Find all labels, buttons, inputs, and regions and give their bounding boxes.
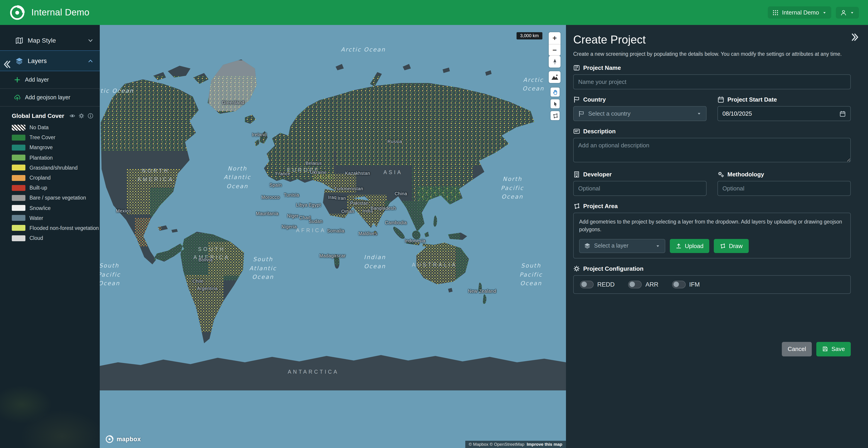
zoom-out-button[interactable]: − <box>549 44 560 56</box>
methodology-input[interactable] <box>717 181 851 196</box>
cursor-icon <box>552 101 558 107</box>
layer-select[interactable]: Select a layer <box>579 239 665 253</box>
user-menu[interactable] <box>836 7 859 19</box>
cancel-button[interactable]: Cancel <box>782 342 812 356</box>
world-map-svg <box>100 25 566 448</box>
panel-footer: Cancel Save <box>573 342 851 356</box>
flag-icon <box>573 96 580 103</box>
app-root: Internal Demo Internal Demo Map Style <box>0 0 868 448</box>
layers-icon <box>584 243 590 249</box>
toggle-label: ARR <box>646 281 658 288</box>
map-style-toggle-button[interactable] <box>549 71 560 83</box>
map-style-label: Map Style <box>28 37 56 44</box>
legend-label: Flooded non-forest vegetation <box>29 225 99 231</box>
legend-label: Water <box>29 215 43 221</box>
upload-icon <box>676 243 682 249</box>
config-toggles: REDDARRIFM <box>573 275 851 294</box>
legend-label: Snow/ice <box>29 205 51 211</box>
upload-button[interactable]: Upload <box>670 239 709 253</box>
card-text-icon <box>573 128 580 135</box>
project-name-label: Project Name <box>573 64 851 71</box>
legend-swatch <box>12 215 25 221</box>
save-icon <box>823 346 828 352</box>
polygon-icon <box>573 203 580 210</box>
page-title: Create Project <box>573 33 851 46</box>
select-tool-button[interactable] <box>551 99 560 108</box>
toggle-switch[interactable] <box>628 281 642 288</box>
workspace-switcher[interactable]: Internal Demo <box>768 6 831 19</box>
gear-icon[interactable] <box>79 113 84 119</box>
start-date-input[interactable]: 08/10/2025 <box>717 106 851 121</box>
caret-down-icon <box>850 10 855 15</box>
chevron-down-icon <box>88 37 93 43</box>
left-sidebar: Map Style Layers Add layer Add geojson l… <box>0 25 100 448</box>
map-canvas[interactable]: Arctic OceanArctic OceanArctic OceanNort… <box>100 25 566 448</box>
workspace-name: Internal Demo <box>782 9 819 16</box>
add-geojson-layer-button[interactable]: Add geojson layer <box>0 89 100 106</box>
description-label: Description <box>573 128 851 135</box>
compass-needle-icon <box>551 58 558 66</box>
terrain-icon <box>551 73 558 81</box>
country-select[interactable]: Select a country <box>573 106 707 121</box>
layer-select-placeholder: Select a layer <box>594 243 628 249</box>
chevron-up-icon <box>88 58 93 64</box>
draw-button[interactable]: Draw <box>714 239 748 253</box>
legend-item: Bare / sparse vegetation <box>0 193 100 203</box>
layers-section[interactable]: Layers <box>0 50 100 71</box>
developer-input[interactable] <box>573 181 707 196</box>
legend-item: Cropland <box>0 173 100 183</box>
toggle-switch[interactable] <box>580 281 594 288</box>
legend-list: No DataTree CoverMangrovePlantationGrass… <box>0 122 100 243</box>
start-date-label: Project Start Date <box>717 96 851 103</box>
zoom-in-button[interactable]: + <box>549 32 560 44</box>
toggle-switch[interactable] <box>672 281 686 288</box>
calendar-icon[interactable] <box>839 110 846 117</box>
legend-label: Bare / sparse vegetation <box>29 195 86 201</box>
improve-map-link[interactable]: Improve this map <box>527 442 562 447</box>
compass-button[interactable] <box>549 56 560 68</box>
legend-item: Water <box>0 213 100 223</box>
polygon-icon <box>552 113 558 119</box>
app-title: Internal Demo <box>31 7 89 18</box>
legend-label: Tree Cover <box>29 135 55 140</box>
description-input[interactable] <box>573 138 851 162</box>
caret-down-icon <box>655 243 660 248</box>
legend-item: Built-up <box>0 183 100 193</box>
polygon-tool-button[interactable] <box>551 111 560 120</box>
map-style-section[interactable]: Map Style <box>0 30 100 50</box>
app-logo-icon[interactable] <box>9 4 25 21</box>
gear-icon <box>573 265 580 272</box>
grid-apps-icon <box>773 9 779 15</box>
project-configuration-label: Project Configuration <box>573 265 851 272</box>
add-layer-button[interactable]: Add layer <box>0 71 100 88</box>
legend-item: Flooded non-forest vegetation <box>0 223 100 233</box>
project-name-input[interactable] <box>573 74 851 89</box>
pan-tool-button[interactable] <box>551 88 560 97</box>
legend-swatch <box>12 185 25 191</box>
map-attribution: © Mapbox © OpenStreetMap Improve this ma… <box>465 441 566 448</box>
calendar-icon <box>717 96 724 103</box>
toggle-ifm[interactable]: IFM <box>672 281 700 288</box>
toggle-redd[interactable]: REDD <box>580 281 615 288</box>
legend-label: Cloud <box>29 235 43 241</box>
legend-item: Cloud <box>0 233 100 243</box>
panel-subtitle: Create a new screening project by popula… <box>573 50 851 58</box>
info-icon[interactable] <box>88 113 93 119</box>
attribution-text[interactable]: © Mapbox © OpenStreetMap <box>469 442 525 447</box>
person-icon <box>840 9 847 15</box>
building-icon <box>573 171 580 178</box>
caret-down-icon <box>822 10 827 15</box>
eye-icon[interactable] <box>69 113 75 119</box>
legend-swatch <box>12 175 25 181</box>
legend-swatch <box>12 225 25 231</box>
legend-label: Cropland <box>29 175 51 181</box>
legend-title: Global Land Cover <box>12 113 64 119</box>
toggle-arr[interactable]: ARR <box>628 281 658 288</box>
collapse-sidebar-button[interactable] <box>1 59 11 69</box>
collapse-panel-button[interactable] <box>851 32 861 42</box>
layers-icon <box>16 57 23 65</box>
map-scale: 3,000 km <box>517 32 542 39</box>
project-area-label: Project Area <box>573 203 851 210</box>
save-button[interactable]: Save <box>816 342 851 356</box>
legend-label: No Data <box>29 125 49 130</box>
